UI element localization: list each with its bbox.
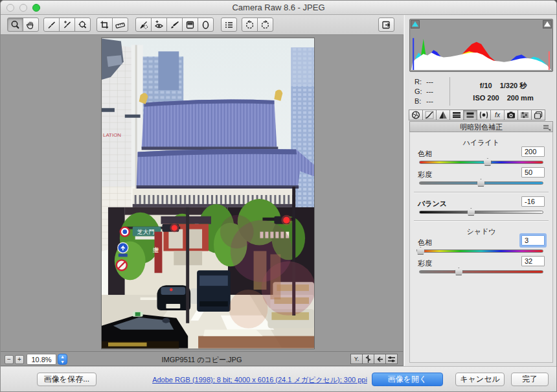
shadows-hue-slider[interactable] bbox=[419, 249, 543, 253]
tab-camera-calibration[interactable] bbox=[504, 110, 518, 121]
white-balance-tool-button[interactable] bbox=[43, 17, 60, 32]
graduated-filter-tool-button[interactable] bbox=[182, 17, 198, 32]
swap-before-after-button[interactable] bbox=[362, 354, 374, 364]
tab-presets[interactable] bbox=[517, 110, 532, 121]
shadows-hue-label: 色相 bbox=[418, 238, 432, 248]
save-image-button[interactable]: 画像を保存... bbox=[37, 373, 97, 386]
tab-basic[interactable] bbox=[409, 110, 423, 121]
crop-tool-button[interactable] bbox=[97, 17, 113, 32]
hand-tool-button[interactable] bbox=[23, 17, 39, 32]
highlights-sat-input[interactable] bbox=[521, 167, 545, 178]
crop-tools bbox=[97, 17, 128, 32]
toolbar bbox=[1, 15, 404, 35]
radial-filter-icon bbox=[201, 20, 210, 30]
graduated-filter-icon bbox=[185, 20, 195, 30]
shadows-hue-thumb[interactable] bbox=[416, 247, 425, 255]
tab-hsl-grayscale[interactable] bbox=[449, 110, 464, 121]
g-row: G:--- bbox=[415, 87, 433, 97]
focal-value: 200 mm bbox=[507, 94, 534, 102]
camera-icon bbox=[506, 111, 516, 119]
panel-menu-icon[interactable] bbox=[543, 124, 551, 131]
cancel-button[interactable]: キャンセル bbox=[455, 373, 505, 386]
highlights-hue-input[interactable] bbox=[521, 146, 545, 157]
highlight-clipping-indicator[interactable] bbox=[543, 20, 552, 29]
separator bbox=[414, 220, 549, 222]
tab-split-toning[interactable] bbox=[463, 110, 477, 121]
hsl-icon bbox=[452, 111, 461, 119]
adjustment-brush-tool-button[interactable] bbox=[166, 17, 183, 32]
shadows-hue-input[interactable] bbox=[521, 235, 545, 246]
balance-slider[interactable] bbox=[419, 211, 543, 214]
shadows-sat-label: 彩度 bbox=[418, 259, 432, 268]
radial-filter-tool-button[interactable] bbox=[198, 17, 214, 32]
highlight-clip-triangle-icon bbox=[544, 21, 551, 27]
image-canvas[interactable]: LATION bbox=[1, 35, 404, 351]
prefs-group bbox=[221, 17, 237, 32]
tab-lens-corrections[interactable] bbox=[477, 110, 491, 121]
red-eye-tool-button[interactable] bbox=[151, 17, 167, 32]
histogram-plot bbox=[410, 19, 552, 71]
r-value: --- bbox=[426, 78, 433, 86]
split-toning-controls: ハイライト 色相 彩度 バランス シャドウ 色相 bbox=[409, 132, 553, 363]
ruler-icon bbox=[115, 20, 125, 30]
tab-effects[interactable]: fx bbox=[490, 110, 505, 121]
effects-label: fx bbox=[495, 111, 500, 119]
straighten-tool-button[interactable] bbox=[112, 17, 128, 32]
list-icon bbox=[224, 20, 234, 30]
rotate-ccw-icon bbox=[245, 20, 255, 30]
photo-preview[interactable]: LATION bbox=[101, 38, 315, 349]
close-button[interactable] bbox=[6, 4, 14, 12]
g-value: --- bbox=[426, 87, 433, 95]
copy-settings-button[interactable] bbox=[374, 354, 386, 364]
targeted-adjustment-tool-button[interactable] bbox=[74, 17, 91, 32]
rotate-group bbox=[242, 17, 273, 32]
split-toning-icon bbox=[466, 111, 475, 119]
preferences-button[interactable] bbox=[221, 17, 237, 32]
workflow-options-link[interactable]: Adobe RGB (1998); 8 bit; 4000 x 6016 (24… bbox=[111, 375, 409, 385]
minimize-button[interactable] bbox=[19, 4, 27, 12]
shadows-sat-thumb[interactable] bbox=[455, 268, 463, 275]
crop-icon bbox=[100, 20, 109, 30]
zoom-window-button[interactable] bbox=[32, 4, 40, 12]
camera-raw-window: Camera Raw 8.6 - JPEG bbox=[0, 0, 557, 392]
rotate-left-button[interactable] bbox=[242, 17, 258, 32]
balance-input[interactable] bbox=[521, 196, 545, 207]
shadows-sat-input[interactable] bbox=[521, 256, 545, 266]
svg-text:芝大門: 芝大門 bbox=[137, 229, 155, 235]
highlights-hue-slider[interactable] bbox=[419, 161, 543, 164]
preview-controls: Y. bbox=[351, 354, 398, 364]
spot-removal-tool-button[interactable] bbox=[135, 17, 152, 32]
shadow-clipping-indicator[interactable] bbox=[411, 20, 420, 29]
filename-label: IMGP9511 のコピー.JPG bbox=[1, 355, 403, 365]
tone-curve-icon bbox=[425, 111, 434, 119]
shutter-value: 1/320 秒 bbox=[500, 82, 527, 89]
tab-snapshots[interactable] bbox=[531, 110, 545, 121]
b-value: --- bbox=[426, 97, 433, 105]
highlights-sat-thumb[interactable] bbox=[477, 179, 485, 187]
retouch-tools bbox=[135, 17, 214, 32]
tab-tone-curve[interactable] bbox=[422, 110, 437, 121]
panel-title-bar: 明暗別色補正 bbox=[409, 121, 553, 132]
photo-black-sedan bbox=[157, 285, 190, 310]
done-button[interactable]: 完了 bbox=[511, 373, 549, 386]
basic-icon bbox=[411, 111, 420, 119]
zoom-tool-button[interactable] bbox=[7, 17, 23, 32]
rgb-readout: R:--- G:--- B:--- f/101/320 秒 ISO 200200… bbox=[409, 75, 553, 108]
highlights-sat-label: 彩度 bbox=[418, 170, 432, 179]
highlights-hue-thumb[interactable] bbox=[483, 158, 492, 166]
detail-icon bbox=[438, 111, 448, 119]
before-after-toggle-button[interactable]: Y. bbox=[350, 354, 363, 364]
highlights-sat-slider[interactable] bbox=[419, 181, 543, 185]
open-image-button[interactable]: 画像を開く bbox=[372, 373, 443, 386]
color-sampler-tool-button[interactable] bbox=[59, 17, 75, 32]
snapshots-icon bbox=[534, 111, 543, 119]
b-row: B:--- bbox=[415, 97, 433, 106]
preview-settings-button[interactable] bbox=[385, 354, 398, 364]
status-bar: − + ▲▼ IMGP9511 のコピー.JPG Y. bbox=[1, 351, 404, 366]
panel-tabs: fx bbox=[409, 110, 545, 121]
rotate-right-button[interactable] bbox=[257, 17, 273, 32]
fullscreen-toggle-button[interactable] bbox=[378, 17, 394, 32]
balance-thumb[interactable] bbox=[467, 208, 475, 216]
tab-detail[interactable] bbox=[436, 110, 450, 121]
shadows-sat-slider[interactable] bbox=[419, 270, 543, 273]
